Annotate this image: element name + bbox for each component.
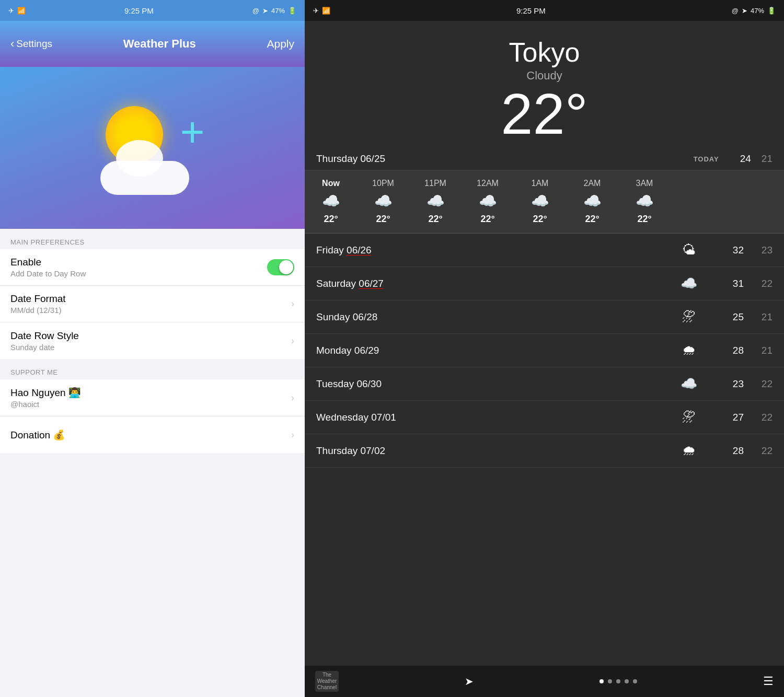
daily-row[interactable]: Thursday 07/02🌧2822: [305, 434, 784, 468]
battery-icon-left: 🔋: [288, 7, 296, 15]
daily-lo: 21: [754, 345, 773, 356]
daily-hi: 23: [720, 378, 744, 390]
hour-cloud-icon: ☁️: [583, 192, 602, 210]
location-arrow-icon-right: ➤: [742, 7, 747, 15]
hour-temp: 22°: [376, 214, 390, 225]
bottom-bar: TheWeatherChannel ➤ ☰: [305, 666, 784, 697]
daily-date: Monday 06/29: [316, 345, 678, 356]
date-row-style-chevron-icon: ›: [291, 335, 294, 346]
today-date: Thursday 06/25: [316, 153, 694, 165]
date-row-style-chevron-wrap: ›: [291, 335, 294, 346]
nav-bar: ‹ Settings Weather Plus Apply: [0, 21, 305, 67]
hourly-scroll[interactable]: Now☁️22°10PM☁️22°11PM☁️22°12AM☁️22°1AM☁️…: [305, 170, 784, 233]
hao-nguyen-left: Hao Nguyen 👨‍💻 @haoict: [10, 387, 81, 409]
daily-date: Wednesday 07/01: [316, 412, 678, 423]
hour-cloud-icon: ☁️: [374, 192, 393, 210]
wifi-icon: 📶: [17, 7, 26, 15]
donation-row[interactable]: Donation 💰 ›: [0, 416, 305, 453]
hour-temp: 22°: [637, 214, 651, 225]
page-dot[interactable]: [608, 679, 612, 683]
hao-nguyen-chevron-wrap: ›: [291, 392, 294, 403]
main-preferences-group: Enable Add Date to Day Row Date Format M…: [0, 249, 305, 359]
hour-label: 11PM: [424, 179, 446, 188]
list-button[interactable]: ☰: [763, 675, 774, 688]
time-right: 9:25 PM: [516, 6, 546, 15]
hour-label: 2AM: [584, 179, 601, 188]
enable-row-left: Enable Add Date to Day Row: [10, 257, 86, 278]
hour-label: 1AM: [532, 179, 549, 188]
support-group: Hao Nguyen 👨‍💻 @haoict › Donation 💰 ›: [0, 379, 305, 453]
battery-icon-right: 🔋: [767, 7, 776, 15]
daily-section: Friday 06/26🌤3223Saturday 06/27☁️3122Sun…: [305, 234, 784, 666]
daily-lo: 22: [754, 445, 773, 457]
daily-row[interactable]: Sunday 06/28⛈2521: [305, 300, 784, 334]
airplane-icon: ✈: [8, 7, 14, 15]
daily-hi: 32: [720, 245, 744, 256]
plus-icon: +: [180, 111, 205, 153]
daily-row[interactable]: Saturday 06/27☁️3122: [305, 267, 784, 300]
back-button[interactable]: ‹ Settings: [10, 37, 52, 51]
daily-row[interactable]: Monday 06/29🌧2821: [305, 334, 784, 367]
status-icons-right: ✈ 📶: [313, 7, 330, 15]
city-name: Tokyo: [315, 37, 774, 68]
daily-weather-icon: ☁️: [678, 376, 699, 392]
weather-icon-composite: +: [95, 96, 210, 200]
hao-nguyen-subtitle: @haoict: [10, 400, 81, 409]
settings-content: MAIN PREFERENCES Enable Add Date to Day …: [0, 229, 305, 697]
page-dot[interactable]: [599, 679, 604, 683]
date-format-chevron-wrap: ›: [291, 298, 294, 309]
time-left: 9:25 PM: [124, 6, 154, 15]
daily-row[interactable]: Wednesday 07/01⛈2722: [305, 401, 784, 434]
daily-lo: 21: [754, 311, 773, 323]
wc-logo-box: TheWeatherChannel: [315, 671, 339, 692]
enable-subtitle: Add Date to Day Row: [10, 269, 86, 278]
today-label: TODAY: [694, 155, 719, 163]
daily-hi: 27: [720, 412, 744, 423]
daily-hi: 31: [720, 278, 744, 289]
page-dot[interactable]: [625, 679, 629, 683]
date-row-style-row[interactable]: Date Row Style Sunday date ›: [0, 322, 305, 359]
enable-row[interactable]: Enable Add Date to Day Row: [0, 249, 305, 286]
daily-date: Thursday 07/02: [316, 445, 678, 457]
date-format-chevron-icon: ›: [291, 298, 294, 309]
page-dot[interactable]: [633, 679, 637, 683]
daily-row[interactable]: Tuesday 06/30☁️2322: [305, 367, 784, 401]
today-hi: 24: [740, 153, 751, 165]
hour-label: 12AM: [477, 179, 499, 188]
right-panel: ✈ 📶 9:25 PM @ ➤ 47% 🔋 Tokyo Cloudy 22° T…: [305, 0, 784, 697]
apply-button[interactable]: Apply: [267, 38, 294, 50]
date-format-row-left: Date Format MM/dd (12/31): [10, 293, 66, 315]
hour-cloud-icon: ☁️: [531, 192, 549, 210]
enable-toggle[interactable]: [267, 259, 294, 275]
daily-lo: 22: [754, 378, 773, 390]
enable-row-right: [267, 259, 294, 275]
hour-item: 10PM☁️22°: [357, 179, 409, 225]
airplane-icon-right: ✈: [313, 7, 319, 15]
battery-percent-right: 47%: [751, 7, 764, 15]
daily-date: Tuesday 06/30: [316, 378, 678, 390]
hero-area: +: [0, 67, 305, 229]
hour-temp: 22°: [428, 214, 442, 225]
location-button[interactable]: ➤: [465, 675, 474, 688]
temp-value: 22°: [501, 82, 587, 146]
donation-left: Donation 💰: [10, 429, 65, 441]
hao-nguyen-row[interactable]: Hao Nguyen 👨‍💻 @haoict ›: [0, 379, 305, 416]
enable-title: Enable: [10, 257, 86, 268]
daily-hi: 28: [720, 445, 744, 457]
back-label[interactable]: Settings: [16, 38, 52, 50]
location-icon: @: [252, 7, 259, 15]
hour-item: 11PM☁️22°: [409, 179, 462, 225]
daily-weather-icon: 🌤: [678, 242, 699, 258]
hour-cloud-icon: ☁️: [479, 192, 497, 210]
hour-temp: 22°: [533, 214, 547, 225]
donation-chevron-icon: ›: [291, 429, 294, 440]
hao-nguyen-title: Hao Nguyen 👨‍💻: [10, 387, 81, 399]
toggle-knob: [279, 260, 293, 274]
daily-lo: 23: [754, 245, 773, 256]
status-right-icons-right: @ ➤ 47% 🔋: [732, 7, 776, 15]
at-icon-right: @: [732, 7, 739, 15]
daily-row[interactable]: Friday 06/26🌤3223: [305, 234, 784, 267]
page-dot[interactable]: [616, 679, 620, 683]
date-format-row[interactable]: Date Format MM/dd (12/31) ›: [0, 286, 305, 322]
status-bar-left: ✈ 📶 9:25 PM @ ➤ 47% 🔋: [0, 0, 305, 21]
